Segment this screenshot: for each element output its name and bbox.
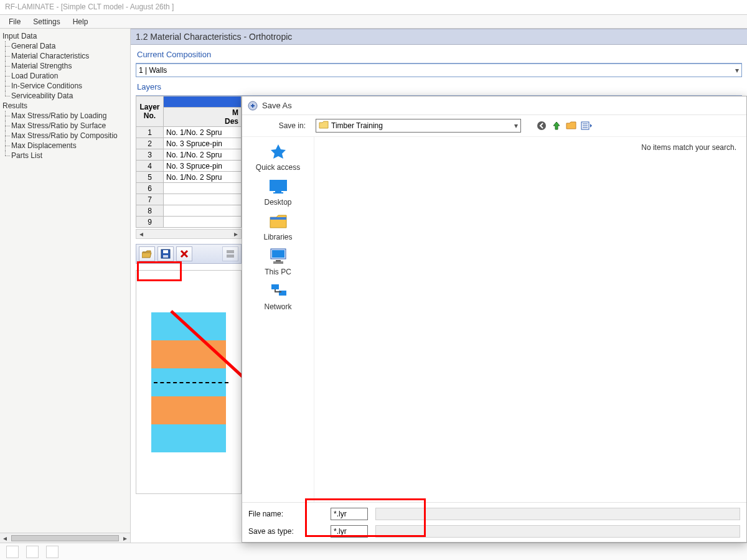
tree-item-general[interactable]: General Data [1,41,129,51]
save-layers-button[interactable] [157,246,174,261]
new-folder-icon[interactable] [566,121,577,131]
layer-material [164,205,242,217]
layers-table: LayerNo. MDes 1No. 1/No. 2 Spru2No. 3 Sp… [136,96,242,228]
layer-number: 5 [136,172,164,183]
layer-number: 6 [136,183,164,194]
savetype-label: Save as type: [248,527,323,536]
tree-item-max-displacements[interactable]: Max Displacements [1,141,129,151]
current-composition-label: Current Composition [136,49,742,63]
layer-number: 9 [136,217,164,228]
col-selector[interactable] [164,96,242,108]
views-icon[interactable] [581,121,592,131]
bottom-btn-1[interactable] [6,546,19,558]
savein-label: Save in: [248,121,311,130]
tree-root-input[interactable]: Input Data [1,31,129,41]
svg-rect-2 [163,255,168,258]
tree-item-material-characteristics[interactable]: Material Characteristics [1,51,129,61]
scroll-thumb[interactable] [11,535,119,541]
svg-rect-9 [270,180,287,191]
up-icon[interactable] [551,121,562,131]
tree-root-results[interactable]: Results [1,101,129,111]
place-network[interactable]: Network [242,280,314,311]
scroll-right-icon[interactable]: ▸ [120,534,130,543]
table-row[interactable]: 6 [136,183,242,194]
delete-x-icon [180,250,189,258]
layer-material: No. 1/No. 2 Spru [164,127,242,138]
dialog-bottom: File name: Save as type: *.lyr [242,502,746,542]
dialog-title: Save As [262,101,292,110]
layer-material [164,194,242,205]
table-row[interactable]: 5No. 1/No. 2 Spru [136,172,242,183]
menu-bar: File Settings Help [0,15,747,29]
tree-item-load-duration[interactable]: Load Duration [1,71,129,81]
svg-rect-11 [273,192,283,194]
menu-file[interactable]: File [2,16,27,27]
preview-layer-1 [151,312,226,340]
chevron-down-icon: ▾ [514,121,518,130]
preview-layer-5 [151,424,226,452]
libraries-icon [269,213,288,230]
col-material: MDes [164,108,242,127]
place-libraries[interactable]: Libraries [242,210,314,241]
layer-material [164,217,242,228]
bottom-btn-2[interactable] [26,546,39,558]
tree-item-material-strengths[interactable]: Material Strengths [1,61,129,71]
scroll-left-icon[interactable]: ◂ [0,534,10,543]
savetype-value: *.lyr [334,527,347,536]
filename-input[interactable] [331,508,368,520]
current-composition-combo[interactable]: 1 | Walls ▾ [136,63,742,77]
table-row[interactable]: 2No. 3 Spruce-pin [136,138,242,149]
tree-item-serviceability[interactable]: Serviceability Data [1,91,129,101]
layers-hscroll[interactable]: ◂ ▸ [136,229,242,239]
layer-material: No. 1/No. 2 Spru [164,149,242,161]
layers-toolbar [136,244,242,264]
svg-rect-10 [275,191,281,192]
menu-settings[interactable]: Settings [27,16,66,27]
table-row[interactable]: 3No. 1/No. 2 Spru [136,149,242,161]
thispc-icon [268,248,288,265]
scroll-right-icon[interactable]: ▸ [231,230,241,238]
svg-point-7 [537,121,546,130]
tree-item-parts-list[interactable]: Parts List [1,151,129,161]
more-layers-button[interactable] [222,246,238,261]
open-layers-button[interactable] [139,246,155,261]
svg-rect-3 [227,250,234,253]
savetype-combo[interactable]: *.lyr [331,525,368,538]
layer-material: No. 3 Spruce-pin [164,138,242,149]
tree-item-inservice[interactable]: In-Service Conditions [1,81,129,91]
stack-icon [226,250,235,258]
place-quickaccess[interactable]: Quick access [242,141,314,172]
table-row[interactable]: 7 [136,194,242,205]
window-title: RF-LAMINATE - [Simple CLT model - August… [0,0,747,15]
tree-hscroll[interactable]: ◂ ▸ [0,533,130,543]
svg-rect-14 [272,250,284,258]
savein-combo[interactable]: Timber Training ▾ [316,119,521,133]
folder-icon [319,121,329,131]
tree-item-maxstress-loading[interactable]: Max Stress/Ratio by Loading [1,111,129,121]
place-desktop[interactable]: Desktop [242,175,314,207]
back-icon[interactable] [536,121,547,131]
table-row[interactable]: 1No. 1/No. 2 Spru [136,127,242,138]
svg-rect-16 [273,261,283,264]
table-row[interactable]: 9 [136,217,242,228]
preview-layer-2 [151,340,226,368]
menu-help[interactable]: Help [67,16,95,27]
dialog-titlebar: Save As [242,96,746,115]
folder-open-icon [142,250,152,258]
table-row[interactable]: 4No. 3 Spruce-pin [136,161,242,172]
nav-tree-panel: Input Data General Data Material Charact… [0,29,131,543]
savetype-rest [375,525,740,538]
tree-item-maxstress-compo[interactable]: Max Stress/Ratio by Compositio [1,131,129,141]
layer-material [164,183,242,194]
tree-item-maxstress-surface[interactable]: Max Stress/Ratio by Surface [1,121,129,131]
file-listing[interactable]: No items match your search. [314,137,746,502]
layer-number: 7 [136,194,164,205]
place-thispc[interactable]: This PC [242,245,314,276]
layer-preview [136,270,242,494]
table-row[interactable]: 8 [136,205,242,217]
svg-rect-15 [276,260,281,261]
nav-tree: Input Data General Data Material Charact… [0,29,130,533]
scroll-left-icon[interactable]: ◂ [136,230,146,238]
delete-layers-button[interactable] [176,246,192,261]
bottom-btn-3[interactable] [46,546,59,558]
